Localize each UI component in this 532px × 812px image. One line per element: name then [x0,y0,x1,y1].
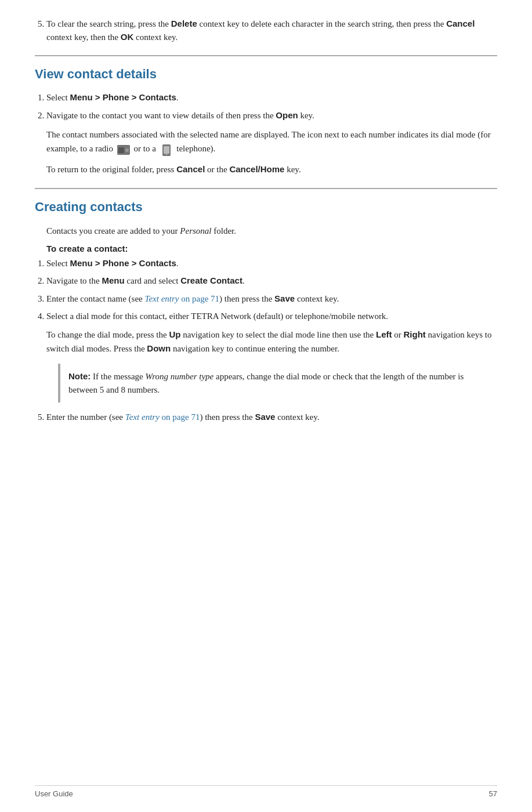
view-cancel-bold: Cancel [176,164,205,174]
view-return-para: To return to the original folder, press … [46,162,497,176]
c-step1-pre: Select [46,259,70,268]
svg-point-5 [165,154,167,155]
section-creating-title: Creating contacts [35,200,497,215]
view-cancel-home-bold: Cancel/Home [229,164,284,174]
divider-view-contacts [35,55,497,56]
view-step2-post: key. [298,111,314,120]
section-view-title: View contact details [35,67,497,82]
creating-steps-list: Select Menu > Phone > Contacts. Navigate… [46,257,497,424]
c-step5-save: Save [255,412,275,422]
note-label: Note: [68,371,91,381]
radio-icon [117,145,130,154]
c-step2-menu: Menu [102,276,124,285]
radio-svg [117,146,130,155]
creating-intro-italic: Personal [180,226,211,235]
footer-left-label: User Guide [35,789,73,798]
footer-page-number: 57 [489,789,497,798]
view-cancel-post: key. [284,165,301,174]
view-step1-bold: Menu > Phone > Contacts [70,92,176,102]
c-step3-link[interactable]: Text entry on page 71 [145,294,220,303]
c-step2-create: Create Contact [180,276,243,285]
view-contact-numbers-para: The contact numbers associated with the … [46,128,497,157]
c-step3-post: ) then press the [219,294,274,303]
c-step4-para-pre: To change the dial mode, press the [46,330,169,339]
svg-rect-1 [118,147,124,153]
c-step4-left: Left [376,329,392,339]
step-5-item: To clear the search string, press the De… [46,17,497,44]
step5-ok-bold: OK [121,32,134,42]
creating-intro-para: Contacts you create are added to your Pe… [46,224,497,238]
c-step3-pre: Enter the contact name (see [46,294,145,303]
step5-text-after-cancel: context key, then the [46,32,121,42]
c-step5-pre: Enter the number (see [46,412,125,422]
view-step1-post: . [176,93,179,102]
note-box: Note: If the message Wrong number type a… [58,364,486,403]
creating-step-1: Select Menu > Phone > Contacts. [46,257,497,270]
c-step5-link-suffix: on page 71 [160,412,200,422]
step5-delete-bold: Delete [171,19,197,28]
c-step4-end: navigation key to continue entering the … [171,344,339,353]
creating-step-3: Enter the contact name (see Text entry o… [46,292,497,306]
view-para2-text: or to a [133,144,155,153]
creating-intro-post: folder. [212,226,237,235]
c-step2-pre: Navigate to the [46,276,102,285]
c-step4-up: Up [169,329,180,339]
view-step1-pre: Select [46,93,70,102]
c-step4-para: To change the dial mode, press the Up na… [46,328,497,356]
c-step5-link[interactable]: Text entry on page 71 [125,412,200,422]
creating-subheading: To create a contact: [46,244,497,253]
c-step3-end: context key. [295,294,339,303]
section-view-contact-details: View contact details Select Menu > Phone… [35,67,497,176]
creating-step-4: Select a dial mode for this contact, eit… [46,310,497,403]
c-step4-mid1: navigation key to select the dial mode l… [180,330,376,339]
note-pre: If the message [91,372,145,381]
view-step2-bold: Open [276,110,298,120]
c-step5-post: ) then press the [200,412,255,422]
c-step2-mid: card and select [125,276,181,285]
c-step4-right: Right [403,329,425,339]
c-step3-link-suffix: on page 71 [179,294,220,303]
page-footer: User Guide 57 [35,785,497,798]
c-step3-link-italic: Text entry [145,294,179,303]
c-step3-save: Save [274,293,295,303]
svg-rect-4 [164,146,169,154]
view-cancel-mid: or the [205,165,229,174]
c-step4-text: Select a dial mode for this contact, eit… [46,311,388,321]
step5-text-end: context key. [133,32,178,42]
view-para1-text: The contact numbers associated with the … [46,130,491,153]
divider-creating-contacts [35,188,497,189]
c-step1-post: . [176,259,179,268]
creating-intro-text: Contacts you create are added to your [46,226,180,235]
view-step-1: Select Menu > Phone > Contacts. [46,91,497,104]
view-cancel-pre: To return to the original folder, press [46,165,176,174]
view-step2-pre: Navigate to the contact you want to view… [46,111,276,120]
step5-cancel-bold: Cancel [446,19,475,28]
c-step5-link-italic: Text entry [125,412,160,422]
step5-text-after-delete: context key to delete each character in … [197,19,446,28]
c-step1-bold: Menu > Phone > Contacts [70,258,176,268]
view-para3-text: telephone). [176,144,215,153]
c-step5-end: context key. [275,412,319,422]
c-step2-post: . [243,276,245,285]
view-step-2: Navigate to the contact you want to view… [46,109,497,122]
step5-text-before-delete: To clear the search string, press the [46,19,171,28]
creating-step-5: Enter the number (see Text entry on page… [46,411,497,424]
previous-section-step5: To clear the search string, press the De… [35,17,497,44]
phone-icon [160,143,173,157]
section-creating-contacts: Creating contacts Contacts you create ar… [35,200,497,424]
svg-point-2 [125,148,129,152]
c-step4-or: or [392,330,403,339]
c-step4-down: Down [147,343,171,353]
note-italic: Wrong number type [145,372,213,381]
creating-step-2: Navigate to the Menu card and select Cre… [46,274,497,288]
phone-svg [161,144,172,156]
view-steps-list: Select Menu > Phone > Contacts. Navigate… [46,91,497,122]
